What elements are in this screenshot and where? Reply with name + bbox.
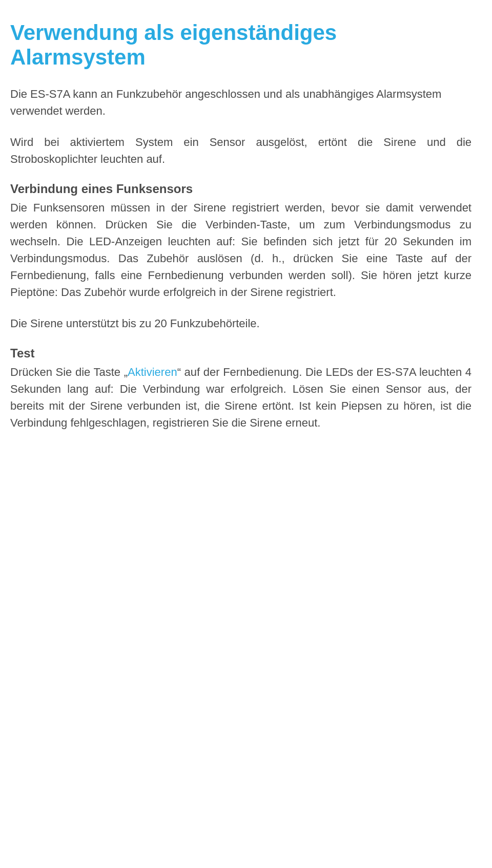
test-heading: Test xyxy=(10,346,471,361)
test-link: Aktivieren xyxy=(128,366,177,378)
main-title: Verwendung als eigenständiges Alarmsyste… xyxy=(10,20,471,70)
connection-section: Verbindung eines Funksensors Die Funksen… xyxy=(10,182,471,301)
sensor-paragraph: Wird bei aktiviertem System ein Sensor a… xyxy=(10,134,471,167)
test-text: Drücken Sie die Taste „Aktivieren“ auf d… xyxy=(10,364,471,431)
accessories-paragraph: Die Sirene unterstützt bis zu 20 Funkzub… xyxy=(10,315,471,332)
test-section: Test Drücken Sie die Taste „Aktivieren“ … xyxy=(10,346,471,431)
intro-paragraph: Die ES-S7A kann an Funkzubehör angeschlo… xyxy=(10,86,471,119)
connection-text: Die Funksensoren müssen in der Sirene re… xyxy=(10,199,471,301)
page-content: Verwendung als eigenständiges Alarmsyste… xyxy=(10,20,471,431)
connection-heading: Verbindung eines Funksensors xyxy=(10,182,471,196)
test-text-before-link: Drücken Sie die Taste „ xyxy=(10,366,128,378)
